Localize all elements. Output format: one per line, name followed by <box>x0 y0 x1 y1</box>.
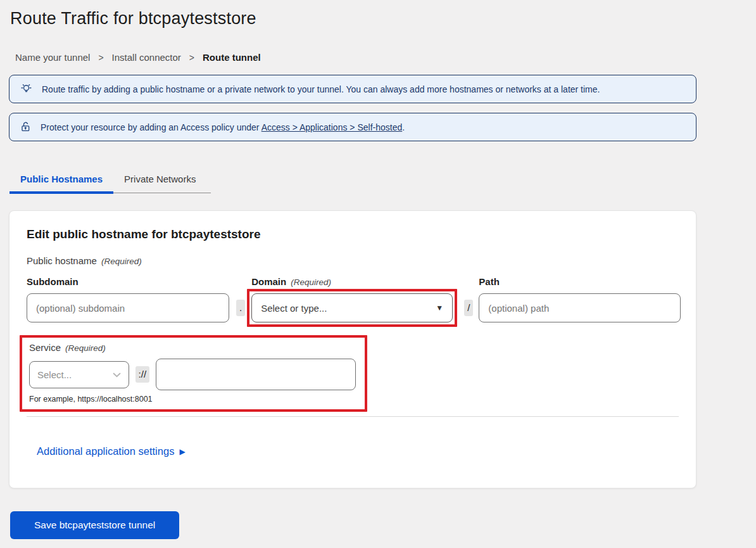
chevron-down-icon: ▼ <box>436 303 443 312</box>
domain-combobox[interactable]: Select or type... ▼ <box>251 293 453 322</box>
info-banner-access-policy: Protect your resource by adding an Acces… <box>9 113 696 141</box>
additional-application-settings-link[interactable]: Additional application settings ▶ <box>37 445 186 457</box>
service-type-select-value: Select... <box>37 369 113 380</box>
info-banner-route-traffic: Route traffic by adding a public hostnam… <box>9 75 696 103</box>
breadcrumb-install-connector[interactable]: Install connector <box>112 52 181 63</box>
edit-public-hostname-card: Edit public hostname for btcpayteststore… <box>9 210 696 488</box>
card-heading: Edit public hostname for btcpayteststore <box>27 227 679 241</box>
breadcrumb-route-tunnel: Route tunnel <box>203 52 261 63</box>
access-applications-self-hosted-link[interactable]: Access > Applications > Self-hosted <box>261 122 403 132</box>
expand-arrow-icon: ▶ <box>179 447 185 456</box>
banner-text: Route traffic by adding a public hostnam… <box>42 84 600 94</box>
breadcrumb-separator: > <box>189 53 194 63</box>
service-helper-text: For example, https://localhost:8001 <box>29 395 356 404</box>
annotation-box-domain: Select or type... ▼ <box>247 289 457 327</box>
domain-label: Domain <box>251 276 286 287</box>
annotation-box-service: Service (Required) Select... :// For exa… <box>20 335 367 412</box>
tab-public-hostnames[interactable]: Public Hostnames <box>9 169 113 194</box>
slash-separator: / <box>464 300 473 316</box>
service-section-label: Service (Required) <box>29 342 356 353</box>
required-hint: (Required) <box>101 257 142 266</box>
domain-combobox-value: Select or type... <box>261 303 436 314</box>
lightbulb-icon <box>20 82 33 96</box>
public-hostname-section-label: Public hostname(Required) <box>27 255 679 266</box>
subdomain-label: Subdomain <box>27 276 79 287</box>
banner-text: Protect your resource by adding an Acces… <box>41 122 405 132</box>
required-hint: (Required) <box>65 343 106 353</box>
tab-bar: Public Hostnames Private Networks <box>9 169 211 193</box>
dot-separator: . <box>236 300 245 316</box>
breadcrumb-name-your-tunnel[interactable]: Name your tunnel <box>15 52 90 63</box>
subdomain-field: Subdomain <box>27 276 229 322</box>
chevron-down-icon <box>113 369 121 380</box>
path-label: Path <box>479 276 500 287</box>
hostname-row: Subdomain . Domain (Required) Select or … <box>27 276 679 327</box>
subdomain-input[interactable] <box>27 293 229 322</box>
path-input[interactable] <box>479 293 681 322</box>
domain-field: Domain (Required) Select or type... ▼ <box>251 276 457 327</box>
service-url-input[interactable] <box>156 359 356 390</box>
breadcrumb-separator: > <box>98 53 103 63</box>
lock-icon <box>20 120 32 134</box>
path-field: Path <box>479 276 681 322</box>
breadcrumb: Name your tunnel > Install connector > R… <box>15 52 756 63</box>
tab-private-networks[interactable]: Private Networks <box>113 169 206 193</box>
save-tunnel-button[interactable]: Save btcpayteststore tunnel <box>10 511 179 539</box>
service-controls: Select... :// <box>29 359 356 390</box>
page-title: Route Traffic for btcpayteststore <box>10 9 756 29</box>
required-hint: (Required) <box>291 277 331 287</box>
section-divider <box>27 416 679 417</box>
service-type-select[interactable]: Select... <box>29 361 129 388</box>
scheme-separator: :// <box>135 366 150 383</box>
